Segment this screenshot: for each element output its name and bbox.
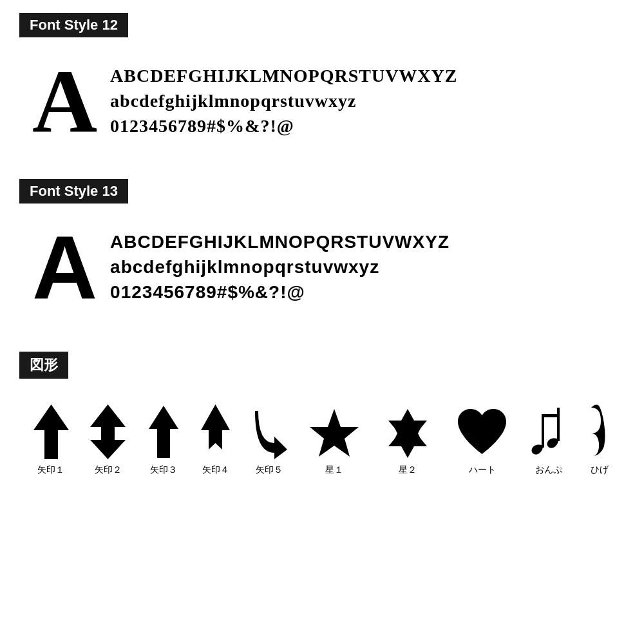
- svg-marker-1: [90, 404, 126, 459]
- star1-icon: [308, 408, 360, 459]
- style13-line-2: abcdefghijklmnopqrstuvwxyz: [110, 254, 450, 279]
- shape-item-note: おんぷ: [531, 408, 567, 476]
- page-container: Font Style 12 A ABCDEFGHIJKLMNOPQRSTUVWX…: [0, 0, 644, 489]
- shape-item-arrow1: 矢印１: [33, 404, 69, 476]
- shape-item-star2: 星２: [382, 408, 433, 476]
- shape-item-heart: ハート: [455, 408, 509, 476]
- arrow5-label: 矢印５: [256, 464, 283, 476]
- svg-rect-9: [542, 414, 560, 417]
- svg-rect-7: [542, 414, 544, 448]
- star2-label: 星２: [399, 464, 417, 476]
- shape-item-star1: 星１: [308, 408, 360, 476]
- style12-line-1: ABCDEFGHIJKLMNOPQRSTUVWXYZ: [110, 63, 457, 88]
- arrow2-label: 矢印２: [95, 464, 122, 476]
- svg-marker-3: [201, 404, 230, 450]
- shape-item-arrow4: 矢印４: [201, 404, 230, 476]
- style12-line-3: 0123456789#$%&?!@: [110, 113, 457, 138]
- arrow2-icon: [90, 404, 126, 459]
- arrow1-label: 矢印１: [37, 464, 64, 476]
- font-style-13-header: Font Style 13: [19, 179, 625, 216]
- arrow4-icon: [201, 404, 230, 459]
- arrow4-label: 矢印４: [202, 464, 229, 476]
- star1-label: 星１: [325, 464, 343, 476]
- arrow3-icon: [147, 404, 180, 459]
- shape-item-mustache: ひげ: [588, 404, 611, 476]
- shape-item-arrow2: 矢印２: [90, 404, 126, 476]
- svg-marker-2: [149, 406, 178, 458]
- shape-item-arrow5: 矢印５: [252, 404, 287, 476]
- mustache-label: ひげ: [591, 464, 609, 476]
- font-display-13: A ABCDEFGHIJKLMNOPQRSTUVWXYZ abcdefghijk…: [19, 216, 625, 319]
- shapes-grid: 矢印１ 矢印２ 矢印３: [19, 392, 625, 476]
- svg-marker-0: [33, 404, 69, 459]
- style13-line-3: 0123456789#$%&?!@: [110, 279, 450, 305]
- arrow3-label: 矢印３: [150, 464, 177, 476]
- svg-rect-8: [557, 408, 560, 441]
- arrow5-icon: [252, 404, 287, 459]
- style12-line-2: abcdefghijklmnopqrstuvwxyz: [110, 88, 457, 113]
- big-letter-13: A: [32, 223, 97, 313]
- font-style-13-section: Font Style 13 A ABCDEFGHIJKLMNOPQRSTUVWX…: [19, 179, 625, 319]
- shapes-header: 図形: [19, 352, 625, 392]
- font-style-12-header: Font Style 12: [19, 13, 625, 50]
- font-style-12-section: Font Style 12 A ABCDEFGHIJKLMNOPQRSTUVWX…: [19, 13, 625, 153]
- alphabet-lines-13: ABCDEFGHIJKLMNOPQRSTUVWXYZ abcdefghijklm…: [110, 223, 450, 305]
- big-letter-12: A: [32, 57, 97, 147]
- star2-icon: [382, 408, 433, 459]
- shapes-section: 図形 矢印１ 矢印２: [19, 352, 625, 476]
- arrow1-icon: [33, 404, 69, 459]
- shape-item-arrow3: 矢印３: [147, 404, 180, 476]
- alphabet-lines-12: ABCDEFGHIJKLMNOPQRSTUVWXYZ abcdefghijklm…: [110, 57, 457, 139]
- note-label: おんぷ: [535, 464, 562, 476]
- style13-line-1: ABCDEFGHIJKLMNOPQRSTUVWXYZ: [110, 229, 450, 254]
- note-icon: [531, 408, 567, 459]
- font-display-12: A ABCDEFGHIJKLMNOPQRSTUVWXYZ abcdefghijk…: [19, 50, 625, 153]
- mustache-icon: [588, 404, 611, 459]
- heart-icon: [455, 408, 509, 459]
- heart-label: ハート: [469, 464, 496, 476]
- svg-marker-4: [310, 409, 359, 457]
